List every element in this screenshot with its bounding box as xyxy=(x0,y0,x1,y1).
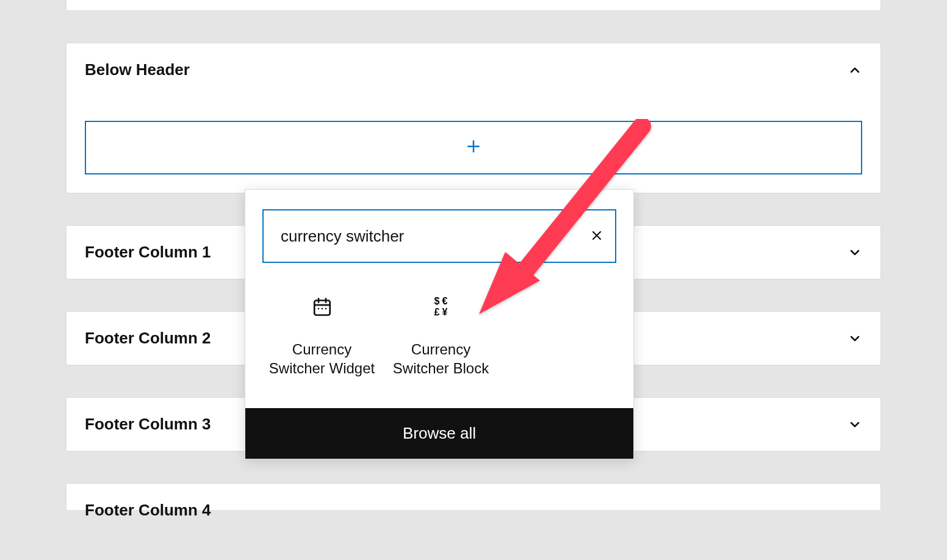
close-icon xyxy=(589,228,604,245)
block-label: Currency Switcher Widget xyxy=(267,340,376,378)
block-inserter-popover: Currency Switcher Widget $€ £¥ Currency … xyxy=(245,189,634,459)
chevron-up-icon xyxy=(848,63,862,77)
svg-point-10 xyxy=(325,308,326,310)
add-block-button[interactable] xyxy=(85,121,862,174)
panel-title: Footer Column 4 xyxy=(67,484,880,520)
search-wrap xyxy=(262,209,616,263)
block-results: Currency Switcher Widget $€ £¥ Currency … xyxy=(262,263,616,396)
search-input[interactable] xyxy=(264,210,578,262)
panel-stub-top xyxy=(66,0,881,11)
chevron-down-icon xyxy=(848,417,862,432)
chevron-down-icon xyxy=(848,331,862,346)
block-item-currency-switcher-widget[interactable]: Currency Switcher Widget xyxy=(262,289,381,384)
currency-symbols-icon: $€ £¥ xyxy=(429,295,453,319)
clear-search-button[interactable] xyxy=(578,210,615,262)
calendar-legacy-icon xyxy=(310,295,334,319)
panel-title: Footer Column 1 xyxy=(85,243,211,262)
block-item-currency-switcher-block[interactable]: $€ £¥ Currency Switcher Block xyxy=(381,289,500,384)
panel-header-below-header[interactable]: Below Header xyxy=(67,43,880,96)
svg-point-8 xyxy=(317,308,319,310)
panel-title: Below Header xyxy=(85,60,190,79)
panel-footer-column-4: Footer Column 4 xyxy=(66,483,881,510)
plus-icon xyxy=(464,137,483,159)
browse-all-button[interactable]: Browse all xyxy=(245,408,633,459)
svg-rect-4 xyxy=(314,301,330,315)
panel-body xyxy=(67,96,880,193)
block-label: Currency Switcher Block xyxy=(386,340,495,378)
chevron-down-icon xyxy=(848,245,862,260)
panel-below-header: Below Header xyxy=(66,43,881,193)
panel-title: Footer Column 3 xyxy=(85,415,211,434)
panel-title: Footer Column 2 xyxy=(85,329,211,348)
svg-point-9 xyxy=(321,308,323,310)
